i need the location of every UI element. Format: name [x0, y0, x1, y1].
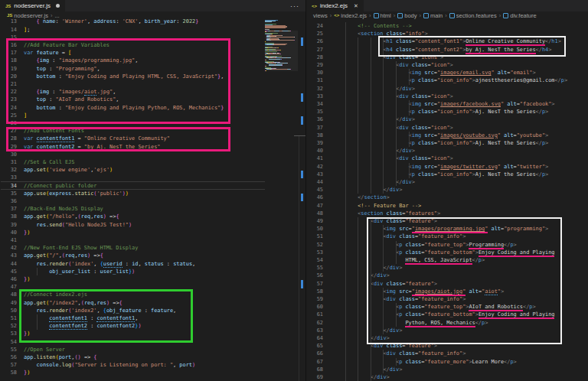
- code-line[interactable]: app.get("/index2",(req,res) =>{: [24, 299, 122, 307]
- code-line[interactable]: </div>: [332, 147, 415, 155]
- code-line[interactable]: contentfont2 : contentfont2}): [24, 322, 142, 330]
- breadcrumb-item[interactable]: html: [374, 12, 391, 19]
- tab-nodeserver-js[interactable]: JS nodeserver.js: [0, 0, 65, 11]
- code-line[interactable]: <img src="images/facebook.svg" alt="face…: [332, 100, 555, 108]
- code-line[interactable]: <div class="feature">: [332, 280, 437, 288]
- code-line[interactable]: }): [24, 369, 30, 376]
- code-line[interactable]: app.use(express.static('public')): [24, 190, 129, 197]
- code-line[interactable]: var contentfont2 = "by Aj. NesT the Seri…: [24, 143, 160, 151]
- code-line[interactable]: <div class="icon">: [332, 61, 453, 69]
- scrollbar-thumb-edge[interactable]: [294, 135, 305, 136]
- code-line[interactable]: </div>: [332, 327, 402, 334]
- code-line[interactable]: </section>: [332, 194, 390, 201]
- code-line[interactable]: HTML, CSS, JavaScript</p>: [332, 256, 485, 264]
- code-line[interactable]: <p class="icon_info">Aj. NesT the Series…: [332, 139, 548, 147]
- code-line[interactable]: <div class="feature_info">: [332, 233, 466, 240]
- code-line[interactable]: <p class="feature_bottom">Enjoy Coding a…: [332, 311, 554, 318]
- code-line[interactable]: app.get("/hello",(req,res) =>{: [24, 213, 119, 220]
- code-editor-nodeserver[interactable]: 13 { name: 'Winner', address: 'CNX', bir…: [0, 19, 305, 381]
- code-line[interactable]: <p class="feature_bottom">Enjoy Coding a…: [332, 249, 554, 256]
- code-line[interactable]: console.log("Server is Listening on port…: [24, 361, 195, 369]
- code-line[interactable]: res.render('index', {userid : id, status…: [24, 260, 195, 268]
- code-line[interactable]: <div class="feature_info">: [332, 295, 466, 303]
- code-line[interactable]: </div>: [332, 85, 415, 93]
- code-line[interactable]: <p class="icon_info">Aj. NesT the Series…: [332, 108, 548, 116]
- code-line[interactable]: <img src="images/email.svg" alt="email">: [332, 69, 536, 77]
- code-line[interactable]: var feature = [: [24, 49, 71, 57]
- code-line[interactable]: {img : "images/aiot.jpg",: [24, 88, 116, 96]
- breadcrumb-item[interactable]: views: [313, 12, 328, 19]
- code-line[interactable]: bottom : "Enjoy Coding and Playing Pytho…: [24, 104, 224, 112]
- breadcrumb-item[interactable]: main: [423, 12, 443, 19]
- code-line[interactable]: </div>: [332, 334, 390, 342]
- code-line[interactable]: </div>: [332, 178, 415, 186]
- code-line[interactable]: obj_user_list : user_list}): [24, 268, 135, 275]
- code-line[interactable]: <section class="features">: [332, 210, 440, 217]
- code-line[interactable]: //Add Feature Bar Variables: [24, 41, 109, 49]
- code-line[interactable]: //Back-End NodeJS Display: [24, 205, 103, 213]
- code-line[interactable]: <div class="icon">: [332, 155, 453, 162]
- breadcrumb-item[interactable]: JSnodeserver.js: [7, 12, 48, 19]
- code-line[interactable]: top : "Programming",: [24, 65, 100, 73]
- code-line[interactable]: app.listen(port,() => {: [24, 353, 97, 361]
- code-line[interactable]: <!-- Contents -->: [332, 22, 412, 30]
- code-line[interactable]: //Add Content Fonts: [24, 127, 84, 135]
- code-line[interactable]: Python, ROS, Mechanics</p>: [332, 319, 488, 327]
- code-line[interactable]: app.set('view engine','ejs'): [24, 166, 113, 174]
- code-line[interactable]: top : "AIoT and Robotics",: [24, 96, 119, 103]
- code-line[interactable]: app.get("/",(req,res) =>{: [24, 252, 103, 259]
- code-line[interactable]: ]: [24, 112, 27, 119]
- code-editor-index2[interactable]: 24 <!-- Contents -->25 <section class="i…: [306, 19, 588, 381]
- code-line[interactable]: <div class="icons">: [332, 54, 443, 61]
- code-line[interactable]: //Connect index2.ejs: [24, 291, 87, 298]
- code-line[interactable]: <img src="images/programming.jpg" alt="p…: [332, 225, 548, 233]
- breadcrumb-item[interactable]: <>index2.ejs: [334, 12, 367, 19]
- code-line[interactable]: //New Font-End EJS Show HTML Display: [24, 244, 138, 252]
- code-line[interactable]: <h4 class="content_font2">by Aj. NesT th…: [332, 46, 551, 54]
- code-line[interactable]: </div>: [332, 186, 402, 194]
- code-line[interactable]: res.send("Hello NodeJS Test!"): [24, 221, 132, 229]
- minimap[interactable]: [265, 19, 298, 381]
- code-line[interactable]: </div>: [332, 116, 415, 123]
- close-tab-icon[interactable]: ✕: [354, 3, 358, 9]
- code-line[interactable]: <p class="feature_top">AIoT and Robotics…: [332, 303, 536, 311]
- code-line[interactable]: <section class="info">: [332, 30, 428, 37]
- code-line[interactable]: <div class="icon">: [332, 124, 453, 132]
- code-line[interactable]: <p class="feature_top">Programming</p>: [332, 241, 517, 249]
- code-line[interactable]: bottom : "Enjoy Coding and Playing HTML,…: [24, 73, 224, 80]
- tab-index2-ejs[interactable]: <> index2.ejs ✕: [306, 0, 364, 11]
- breadcrumb-item[interactable]: body: [397, 12, 416, 19]
- breadcrumb-item[interactable]: div.feature: [503, 12, 536, 19]
- code-line[interactable]: <img src="images/youtube.svg" alt="youtu…: [332, 132, 548, 139]
- code-line[interactable]: ];: [24, 26, 30, 34]
- code-line[interactable]: { name: 'Winner', address: 'CNX', birth_…: [24, 19, 198, 26]
- code-line[interactable]: <p class="icon_info">ajnesttheseries@gma…: [332, 77, 567, 84]
- code-line[interactable]: }): [24, 229, 30, 236]
- code-line[interactable]: <p class="feature_more">Learn More</p>: [332, 358, 517, 366]
- code-line[interactable]: var contentfont1 = "Online Creative Comm…: [24, 135, 170, 142]
- code-line[interactable]: {img : "images/programming.jpg",: [24, 57, 138, 64]
- breadcrumb-item[interactable]: section.features: [449, 12, 497, 19]
- code-line[interactable]: </div>: [332, 264, 402, 272]
- code-line[interactable]: res.render('index2', {obj_feature : feat…: [24, 307, 176, 314]
- code-line[interactable]: <p class="icon_info">Aj. NesT the Series…: [332, 171, 548, 178]
- code-line[interactable]: //Open Server: [24, 346, 65, 353]
- scrollbar[interactable]: [299, 136, 299, 381]
- code-line[interactable]: contentfont1 : contentfont1,: [24, 314, 138, 322]
- code-line[interactable]: <div class="icon">: [332, 93, 453, 100]
- code-line[interactable]: <div class="feature">: [332, 342, 437, 350]
- breadcrumb-item[interactable]: ...: [54, 12, 59, 19]
- code-line[interactable]: </div>: [332, 366, 402, 373]
- code-line[interactable]: //Set & Call EJS: [24, 158, 74, 166]
- code-line[interactable]: <img src="images/aiot.jpg" alt="aiot">: [332, 288, 504, 295]
- code-line[interactable]: <!-- Feature Bar -->: [332, 202, 421, 210]
- minimap-slider[interactable]: [265, 31, 298, 71]
- code-line[interactable]: </div>: [332, 272, 390, 279]
- code-line[interactable]: //Connect public folder: [24, 182, 96, 190]
- code-line[interactable]: </div>: [332, 373, 390, 381]
- code-line[interactable]: <h1 class="content_font1">Online Creativ…: [332, 37, 561, 45]
- code-line[interactable]: <div class="feature">: [332, 217, 437, 225]
- code-line[interactable]: }): [24, 275, 30, 283]
- code-line[interactable]: <img src="images/twitter.svg" alt="twitt…: [332, 163, 548, 171]
- editor-actions-icon[interactable]: ···: [290, 0, 299, 11]
